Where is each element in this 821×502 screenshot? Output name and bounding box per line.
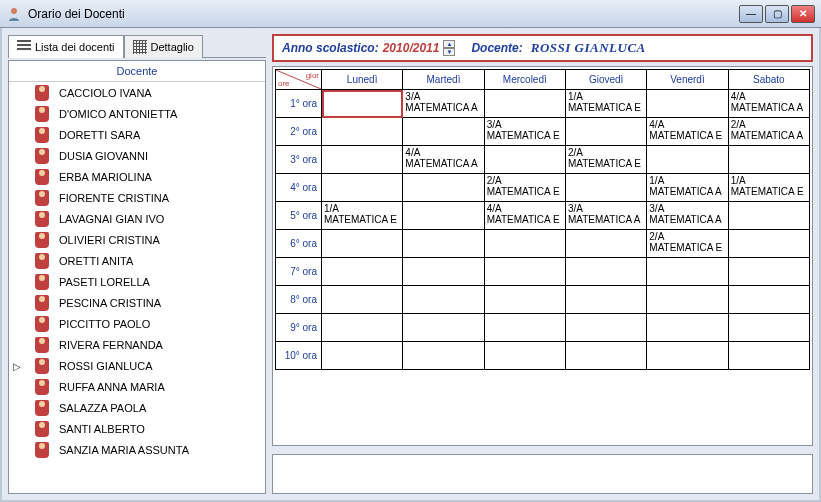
timetable-cell[interactable]: 3/AMATEMATICA A: [565, 202, 646, 230]
teacher-icon: [35, 379, 49, 395]
teacher-row[interactable]: PESCINA CRISTINA: [9, 292, 265, 313]
timetable-cell[interactable]: [565, 314, 646, 342]
timetable-cell[interactable]: [322, 230, 403, 258]
timetable-cell[interactable]: 2/AMATEMATICA E: [647, 230, 728, 258]
timetable-cell[interactable]: 4/AMATEMATICA A: [728, 90, 809, 118]
teacher-row[interactable]: OLIVIERI CRISTINA: [9, 229, 265, 250]
timetable-cell[interactable]: [728, 286, 809, 314]
timetable-cell[interactable]: [403, 286, 484, 314]
tab-dettaglio[interactable]: Dettaglio: [124, 35, 203, 58]
teacher-row[interactable]: ROSSI GIANLUCA: [9, 355, 265, 376]
timetable-cell[interactable]: 4/AMATEMATICA E: [484, 202, 565, 230]
timetable-cell[interactable]: [565, 174, 646, 202]
teacher-row[interactable]: ERBA MARIOLINA: [9, 166, 265, 187]
row-marker-icon: [13, 108, 25, 120]
minimize-button[interactable]: —: [739, 5, 763, 23]
teacher-name: SALAZZA PAOLA: [59, 402, 146, 414]
timetable-cell[interactable]: [403, 342, 484, 370]
timetable-cell[interactable]: [484, 342, 565, 370]
teacher-row[interactable]: DUSIA GIOVANNI: [9, 145, 265, 166]
timetable-cell[interactable]: 3/AMATEMATICA E: [484, 118, 565, 146]
timetable-cell[interactable]: [565, 342, 646, 370]
teacher-row[interactable]: ORETTI ANITA: [9, 250, 265, 271]
timetable-cell[interactable]: [565, 258, 646, 286]
timetable-cell[interactable]: [322, 314, 403, 342]
timetable-cell[interactable]: 1/AMATEMATICA E: [322, 202, 403, 230]
timetable-cell[interactable]: [728, 314, 809, 342]
timetable-cell[interactable]: [728, 342, 809, 370]
timetable-cell[interactable]: [403, 202, 484, 230]
timetable-cell[interactable]: [728, 202, 809, 230]
timetable-cell[interactable]: 1/AMATEMATICA A: [647, 174, 728, 202]
timetable-cell[interactable]: 2/AMATEMATICA E: [484, 174, 565, 202]
timetable-cell[interactable]: [403, 230, 484, 258]
timetable-cell[interactable]: 3/AMATEMATICA A: [647, 202, 728, 230]
timetable-cell[interactable]: [403, 174, 484, 202]
timetable-cell[interactable]: [403, 118, 484, 146]
maximize-button[interactable]: ▢: [765, 5, 789, 23]
timetable-cell[interactable]: [484, 90, 565, 118]
teacher-row[interactable]: RIVERA FERNANDA: [9, 334, 265, 355]
cell-class: 3/A: [649, 203, 725, 214]
teacher-row[interactable]: SANTI ALBERTO: [9, 418, 265, 439]
teacher-list[interactable]: CACCIOLO IVANAD'OMICO ANTONIETTADORETTI …: [9, 82, 265, 493]
timetable-cell[interactable]: [484, 286, 565, 314]
cell-class: 1/A: [731, 175, 807, 186]
timetable-cell[interactable]: [647, 342, 728, 370]
row-marker-icon: [13, 381, 25, 393]
timetable-cell[interactable]: 1/AMATEMATICA E: [728, 174, 809, 202]
timetable-cell[interactable]: 1/AMATEMATICA E: [565, 90, 646, 118]
timetable-cell[interactable]: [403, 314, 484, 342]
teacher-row[interactable]: FIORENTE CRISTINA: [9, 187, 265, 208]
teacher-row[interactable]: SALAZZA PAOLA: [9, 397, 265, 418]
close-button[interactable]: ✕: [791, 5, 815, 23]
cell-subject: MATEMATICA E: [568, 102, 644, 113]
teacher-row[interactable]: CACCIOLO IVANA: [9, 82, 265, 103]
teacher-row[interactable]: DORETTI SARA: [9, 124, 265, 145]
timetable-cell[interactable]: [322, 286, 403, 314]
tab-lista-docenti[interactable]: Lista dei docenti: [8, 35, 124, 58]
timetable-cell[interactable]: [322, 146, 403, 174]
year-label: Anno scolastico:: [282, 41, 379, 55]
timetable-cell[interactable]: [565, 286, 646, 314]
timetable-cell[interactable]: 2/AMATEMATICA E: [565, 146, 646, 174]
timetable-cell[interactable]: [565, 230, 646, 258]
timetable-cell[interactable]: [728, 230, 809, 258]
timetable-cell[interactable]: [484, 258, 565, 286]
cell-class: 3/A: [568, 203, 644, 214]
teacher-name: PESCINA CRISTINA: [59, 297, 161, 309]
timetable-cell[interactable]: [322, 90, 403, 118]
teacher-row[interactable]: PICCITTO PAOLO: [9, 313, 265, 334]
timetable-cell[interactable]: 2/AMATEMATICA A: [728, 118, 809, 146]
timetable-cell[interactable]: [322, 258, 403, 286]
timetable-cell[interactable]: [728, 146, 809, 174]
timetable-cell[interactable]: [484, 146, 565, 174]
teacher-row[interactable]: RUFFA ANNA MARIA: [9, 376, 265, 397]
timetable-cell[interactable]: 3/AMATEMATICA A: [403, 90, 484, 118]
cell-subject: MATEMATICA A: [405, 102, 481, 113]
teacher-row[interactable]: D'OMICO ANTONIETTA: [9, 103, 265, 124]
teacher-row[interactable]: LAVAGNAI GIAN IVO: [9, 208, 265, 229]
timetable-cell[interactable]: [647, 314, 728, 342]
timetable-cell[interactable]: 4/AMATEMATICA A: [403, 146, 484, 174]
timetable-cell[interactable]: [484, 230, 565, 258]
timetable-cell[interactable]: [322, 342, 403, 370]
timetable-cell[interactable]: [647, 90, 728, 118]
timetable-cell[interactable]: [647, 146, 728, 174]
timetable-cell[interactable]: [322, 118, 403, 146]
cell-class: 1/A: [568, 91, 644, 102]
timetable-cell[interactable]: [403, 258, 484, 286]
timetable-cell[interactable]: [647, 258, 728, 286]
teacher-row[interactable]: PASETI LORELLA: [9, 271, 265, 292]
timetable-cell[interactable]: [484, 314, 565, 342]
timetable-cell[interactable]: 4/AMATEMATICA E: [647, 118, 728, 146]
timetable-cell[interactable]: [647, 286, 728, 314]
timetable-cell[interactable]: [728, 258, 809, 286]
year-up-button[interactable]: ▲: [443, 40, 455, 48]
year-down-button[interactable]: ▼: [443, 48, 455, 56]
teacher-row[interactable]: SANZIA MARIA ASSUNTA: [9, 439, 265, 460]
cell-class: 1/A: [324, 203, 400, 214]
timetable-cell[interactable]: [565, 118, 646, 146]
timetable-cell[interactable]: [322, 174, 403, 202]
row-marker-icon: [13, 297, 25, 309]
